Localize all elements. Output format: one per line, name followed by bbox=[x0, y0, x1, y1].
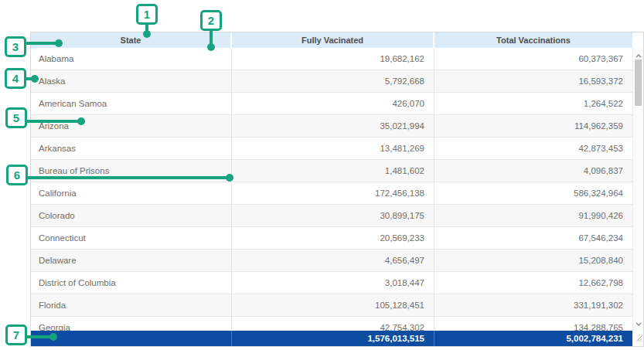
total-vaccinations-cell: 91,990,426 bbox=[434, 205, 632, 226]
table-header-row: State Fully Vacinated Total Vaccinations bbox=[31, 32, 643, 48]
fully-vaccinated-cell: 42,754,302 bbox=[232, 317, 434, 331]
callout-dot-1 bbox=[143, 30, 151, 38]
callout-marker-7: 7 bbox=[5, 325, 27, 345]
totals-fully-vaccinated: 1,576,013,515 bbox=[232, 331, 434, 346]
table-row[interactable]: Alabama19,682,16260,373,367 bbox=[31, 48, 632, 70]
table-row[interactable]: Alaska5,792,66816,593,372 bbox=[31, 70, 632, 93]
callout-dot-5 bbox=[77, 117, 85, 125]
state-cell: Alabama bbox=[31, 48, 232, 70]
resize-grip-icon[interactable] bbox=[635, 331, 642, 345]
fully-vaccinated-cell: 3,018,447 bbox=[232, 272, 434, 294]
chevron-down-icon bbox=[635, 317, 642, 328]
table-row[interactable]: District of Columbia3,018,44712,662,798 bbox=[31, 272, 632, 294]
vaccinations-list-table: State Fully Vacinated Total Vaccinations… bbox=[30, 32, 644, 347]
state-cell: District of Columbia bbox=[31, 272, 232, 294]
fully-vaccinated-cell: 4,656,497 bbox=[232, 250, 434, 271]
state-cell: Alaska bbox=[31, 70, 232, 92]
table-row[interactable]: Colorado30,899,17591,990,426 bbox=[31, 205, 632, 227]
fully-vaccinated-cell: 5,792,668 bbox=[232, 70, 434, 92]
total-vaccinations-cell: 4,096,837 bbox=[434, 160, 632, 182]
table-row[interactable]: Connecticut20,569,23367,546,234 bbox=[31, 227, 632, 250]
column-header-total-vaccinations[interactable]: Total Vaccinations bbox=[434, 32, 632, 48]
fully-vaccinated-cell: 172,456,138 bbox=[232, 182, 434, 204]
callout-dot-7 bbox=[49, 333, 57, 341]
total-vaccinations-cell: 134,288,765 bbox=[434, 317, 632, 331]
fully-vaccinated-cell: 105,128,451 bbox=[232, 294, 434, 316]
callout-line-5 bbox=[25, 120, 81, 123]
state-cell: California bbox=[31, 182, 232, 204]
table-body-rows: Alabama19,682,16260,373,367Alaska5,792,6… bbox=[31, 48, 632, 331]
scroll-down-button[interactable] bbox=[633, 317, 643, 328]
totals-scrollbar-spacer bbox=[632, 331, 643, 346]
fully-vaccinated-cell: 20,569,233 bbox=[232, 227, 434, 249]
callout-dot-4 bbox=[31, 75, 39, 83]
fully-vaccinated-cell: 19,682,162 bbox=[232, 48, 434, 70]
total-vaccinations-cell: 67,546,234 bbox=[434, 227, 632, 249]
state-cell: Arkansas bbox=[31, 138, 232, 159]
total-vaccinations-cell: 42,873,453 bbox=[434, 138, 632, 159]
total-vaccinations-cell: 16,593,372 bbox=[434, 70, 632, 92]
fully-vaccinated-cell: 13,481,269 bbox=[232, 138, 434, 159]
chevron-up-icon bbox=[635, 49, 642, 60]
vertical-scrollbar[interactable] bbox=[632, 48, 643, 331]
callout-line-3 bbox=[24, 42, 58, 45]
table-row[interactable]: California172,456,138586,324,964 bbox=[31, 182, 632, 205]
column-header-fully-vaccinated[interactable]: Fully Vacinated bbox=[232, 32, 434, 48]
total-vaccinations-cell: 15,208,840 bbox=[434, 250, 632, 271]
state-cell: Colorado bbox=[31, 205, 232, 226]
scroll-up-button[interactable] bbox=[633, 49, 643, 59]
callout-marker-6: 6 bbox=[6, 165, 28, 185]
state-cell: American Samoa bbox=[31, 93, 232, 114]
table-row[interactable]: Georgia42,754,302134,288,765 bbox=[31, 317, 632, 331]
state-cell: Delaware bbox=[31, 250, 232, 271]
total-vaccinations-cell: 114,962,359 bbox=[434, 115, 632, 137]
scrollbar-thumb[interactable] bbox=[635, 59, 642, 106]
callout-marker-1: 1 bbox=[136, 4, 158, 25]
callout-dot-3 bbox=[55, 39, 63, 47]
fully-vaccinated-cell: 35,021,994 bbox=[232, 115, 434, 137]
total-vaccinations-cell: 586,324,964 bbox=[434, 182, 632, 204]
table-row[interactable]: Arizona35,021,994114,962,359 bbox=[31, 115, 632, 138]
total-vaccinations-cell: 12,662,798 bbox=[434, 272, 632, 294]
state-cell: Florida bbox=[31, 294, 232, 316]
table-row[interactable]: American Samoa426,0701,264,522 bbox=[31, 93, 632, 115]
table-row[interactable]: Arkansas13,481,26942,873,453 bbox=[31, 138, 632, 160]
totals-state-cell bbox=[31, 331, 232, 346]
callout-line-6 bbox=[26, 176, 230, 179]
total-vaccinations-cell: 60,373,367 bbox=[434, 48, 632, 70]
fully-vaccinated-cell: 426,070 bbox=[232, 93, 434, 114]
header-scrollbar-spacer bbox=[632, 32, 643, 48]
table-totals-row: 1,576,013,515 5,002,784,231 bbox=[31, 331, 643, 346]
state-cell: Arizona bbox=[31, 115, 232, 137]
table-row[interactable]: Florida105,128,451331,191,302 bbox=[31, 294, 632, 317]
total-vaccinations-cell: 331,191,302 bbox=[434, 294, 632, 316]
callout-dot-2 bbox=[207, 43, 215, 51]
callout-marker-2: 2 bbox=[200, 10, 222, 31]
total-vaccinations-cell: 1,264,522 bbox=[434, 93, 632, 114]
totals-total-vaccinations: 5,002,784,231 bbox=[434, 331, 632, 346]
callout-dot-6 bbox=[226, 174, 233, 182]
state-cell: Georgia bbox=[31, 317, 232, 331]
callout-marker-4: 4 bbox=[5, 68, 26, 89]
table-row[interactable]: Delaware4,656,49715,208,840 bbox=[31, 250, 632, 272]
fully-vaccinated-cell: 1,481,602 bbox=[232, 160, 434, 182]
table-body: Alabama19,682,16260,373,367Alaska5,792,6… bbox=[31, 48, 643, 331]
fully-vaccinated-cell: 30,899,175 bbox=[232, 205, 434, 226]
callout-marker-3: 3 bbox=[5, 36, 26, 57]
state-cell: Connecticut bbox=[31, 227, 232, 249]
callout-marker-5: 5 bbox=[5, 107, 27, 128]
